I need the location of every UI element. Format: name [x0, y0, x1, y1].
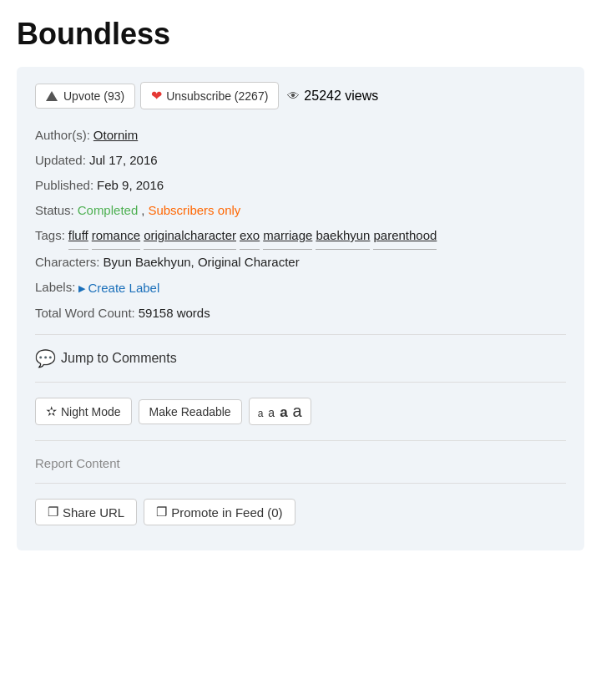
share-url-label: Share URL: [63, 505, 124, 520]
views-text: 25242 views: [304, 89, 378, 104]
updated-label: Updated:: [35, 148, 86, 173]
characters-row: Characters: Byun Baekhyun, Original Char…: [35, 250, 566, 275]
tag-fluff[interactable]: fluff: [68, 223, 88, 250]
word-count-value: 59158 words: [139, 301, 210, 326]
divider-1: [35, 334, 566, 335]
updated-value: Jul 17, 2016: [89, 148, 158, 173]
status-subscribers: Subscribers only: [148, 198, 240, 223]
font-size-group: a a a a: [249, 398, 311, 425]
report-row: Report Content: [35, 449, 566, 474]
tag-baekhyun[interactable]: baekhyun: [316, 223, 370, 250]
share-row: ❐ Share URL ❐ Promote in Feed (0): [35, 492, 566, 532]
promote-feed-label: Promote in Feed (0): [171, 505, 282, 520]
word-count-label: Total Word Count:: [35, 301, 135, 326]
status-separator: ,: [141, 198, 144, 223]
updated-row: Updated: Jul 17, 2016: [35, 148, 566, 173]
info-card: Upvote (93) ❤ Unsubscribe (2267) 👁 25242…: [17, 67, 584, 550]
status-completed: Completed: [78, 198, 139, 223]
meta-section: Author(s): Otornim Updated: Jul 17, 2016…: [35, 123, 566, 326]
tag-parenthood[interactable]: parenthood: [373, 223, 437, 250]
comment-icon: 💬: [35, 348, 56, 368]
font-size-lg[interactable]: a: [293, 402, 302, 421]
create-label-text-display: Create Label: [88, 276, 159, 301]
published-value: Feb 9, 2016: [97, 173, 164, 198]
characters-value: Byun Baekhyun, Original Character: [104, 250, 300, 275]
tags-label: Tags:: [35, 223, 65, 248]
share-icon-1: ❐: [48, 505, 58, 520]
characters-label: Characters:: [35, 250, 100, 275]
share-url-button[interactable]: ❐ Share URL: [35, 499, 137, 525]
upvote-icon: [46, 91, 58, 101]
sun-icon: ✫: [46, 403, 57, 419]
font-size-sm[interactable]: a: [268, 406, 275, 419]
heart-icon: ❤: [151, 88, 162, 104]
action-row: Upvote (93) ❤ Unsubscribe (2267) 👁 25242…: [35, 82, 566, 109]
night-mode-label: Night Mode: [61, 405, 121, 418]
labels-label: Labels:: [35, 275, 75, 300]
make-readable-label: Make Readable: [149, 405, 231, 418]
tag-marriage[interactable]: marriage: [263, 223, 312, 250]
font-size-md[interactable]: a: [280, 404, 287, 421]
tag-romance[interactable]: romance: [92, 223, 140, 250]
divider-3: [35, 440, 566, 441]
share-icon-2: ❐: [156, 505, 167, 520]
eye-icon: 👁: [287, 89, 300, 103]
authors-row: Author(s): Otornim: [35, 123, 566, 148]
unsubscribe-button[interactable]: ❤ Unsubscribe (2267): [140, 82, 279, 109]
status-row: Status: Completed, Subscribers only: [35, 198, 566, 223]
make-readable-button[interactable]: Make Readable: [139, 399, 242, 424]
tag-originalcharacter[interactable]: originalcharacter: [144, 223, 236, 250]
create-label-link[interactable]: Jump to Comments Create Label: [78, 276, 159, 301]
upvote-label: Upvote (93): [63, 89, 124, 103]
published-row: Published: Feb 9, 2016: [35, 173, 566, 198]
report-content-text: Report Content: [35, 456, 120, 470]
jump-comments-link[interactable]: 💬 Jump to Comments: [35, 343, 177, 373]
word-count-row: Total Word Count: 59158 words: [35, 301, 566, 326]
views-display: 👁 25242 views: [287, 89, 378, 104]
jump-comments-row: 💬 Jump to Comments: [35, 343, 566, 373]
tags-row: Tags: fluff romance originalcharacter ex…: [35, 223, 566, 250]
upvote-button[interactable]: Upvote (93): [35, 84, 135, 109]
tools-row: ✫ Night Mode Make Readable a a a a: [35, 391, 566, 432]
divider-2: [35, 382, 566, 383]
unsubscribe-label: Unsubscribe (2267): [166, 89, 268, 103]
published-label: Published:: [35, 173, 93, 198]
status-label: Status:: [35, 198, 74, 223]
page-title: Boundless: [17, 17, 584, 52]
promote-feed-button[interactable]: ❐ Promote in Feed (0): [144, 499, 295, 525]
night-mode-button[interactable]: ✫ Night Mode: [35, 398, 132, 425]
jump-comments-text: Jump to Comments: [61, 351, 177, 366]
tag-exo[interactable]: exo: [240, 223, 260, 250]
font-size-xs[interactable]: a: [258, 408, 264, 419]
authors-label: Author(s):: [35, 123, 90, 148]
divider-4: [35, 483, 566, 484]
report-content-link[interactable]: Report Content: [35, 456, 120, 470]
labels-row: Labels: Jump to Comments Create Label: [35, 275, 566, 301]
authors-value[interactable]: Otornim: [93, 123, 138, 148]
